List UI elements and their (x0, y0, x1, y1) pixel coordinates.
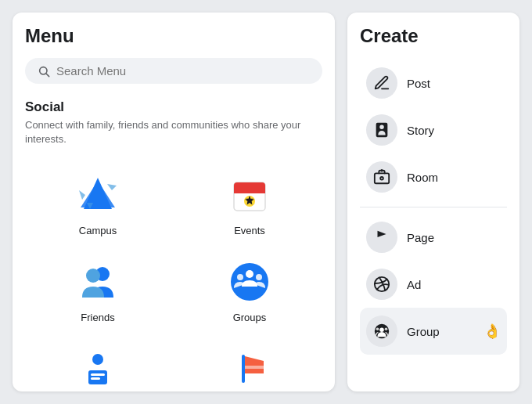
room-label: Room (407, 171, 438, 184)
create-group-item[interactable]: Group 👌 (360, 308, 507, 355)
campus-icon-container (74, 171, 121, 218)
post-icon-container (366, 67, 397, 99)
create-post-item[interactable]: Post (360, 60, 507, 106)
newsfeed-item[interactable]: News Feed (25, 336, 171, 391)
campus-icon (77, 175, 118, 215)
page-icon (373, 229, 390, 246)
events-label: Events (234, 225, 265, 236)
search-input[interactable] (56, 64, 310, 78)
events-icon-container (226, 171, 273, 218)
create-page-item[interactable]: Page (360, 214, 507, 261)
left-panel: Menu Social Connect with family, friends… (13, 13, 335, 391)
svg-point-31 (385, 327, 388, 330)
story-icon-container (366, 114, 397, 146)
right-panel: Create Post Story Room (347, 13, 519, 391)
friends-label: Friends (81, 312, 114, 323)
svg-point-30 (379, 327, 384, 332)
search-bar[interactable] (25, 58, 322, 84)
menu-title: Menu (25, 25, 322, 47)
story-label: Story (407, 124, 434, 137)
groups-icon (229, 262, 270, 302)
social-grid: Campus Events (25, 162, 322, 391)
svg-marker-4 (79, 190, 85, 200)
social-description: Connect with family, friends and communi… (25, 118, 322, 146)
svg-point-18 (256, 274, 262, 280)
groups-label: Groups (233, 312, 267, 323)
groups-icon-container (226, 258, 273, 305)
svg-rect-21 (91, 373, 105, 376)
svg-point-26 (380, 177, 383, 180)
search-icon (38, 65, 50, 78)
svg-line-1 (46, 74, 49, 77)
room-icon (373, 168, 390, 186)
newsfeed-icon-container (74, 345, 121, 391)
post-icon (373, 74, 390, 92)
events-icon (231, 176, 268, 214)
groups-item[interactable]: Groups (177, 249, 322, 333)
svg-point-16 (246, 270, 253, 278)
svg-rect-22 (91, 377, 100, 380)
story-icon (373, 121, 390, 139)
newsfeed-icon (77, 348, 118, 389)
campus-item[interactable]: Campus (25, 162, 171, 246)
group-label: Group (407, 325, 440, 338)
create-ad-item[interactable]: Ad (360, 261, 507, 308)
svg-marker-5 (107, 184, 117, 190)
pages-icon (229, 348, 270, 389)
friends-icon-container (74, 258, 121, 305)
social-title: Social (25, 99, 322, 115)
ad-label: Ad (407, 278, 421, 291)
group-icon-container (366, 316, 397, 347)
svg-point-17 (237, 274, 243, 280)
ad-icon (373, 276, 390, 293)
page-icon-container (366, 222, 397, 253)
create-divider (360, 207, 507, 207)
svg-point-14 (86, 269, 100, 283)
friends-item[interactable]: Friends (25, 249, 171, 333)
svg-rect-23 (242, 355, 245, 383)
friends-icon (77, 262, 118, 302)
cursor-indicator: 👌 (483, 323, 501, 340)
svg-rect-24 (245, 366, 264, 369)
svg-rect-9 (234, 190, 265, 193)
create-story-item[interactable]: Story (360, 106, 507, 153)
page-label: Page (407, 231, 434, 244)
svg-rect-25 (375, 173, 389, 183)
pages-item[interactable]: Pages (177, 336, 322, 391)
pages-icon-container (226, 345, 273, 391)
post-label: Post (407, 77, 430, 90)
room-icon-container (366, 161, 397, 193)
ad-icon-container (366, 269, 397, 300)
campus-label: Campus (79, 225, 117, 236)
svg-point-32 (376, 327, 379, 330)
create-room-item[interactable]: Room (360, 153, 507, 200)
events-item[interactable]: Events (177, 162, 322, 246)
svg-point-19 (92, 354, 103, 365)
group-icon (373, 323, 390, 340)
create-title: Create (360, 25, 507, 47)
